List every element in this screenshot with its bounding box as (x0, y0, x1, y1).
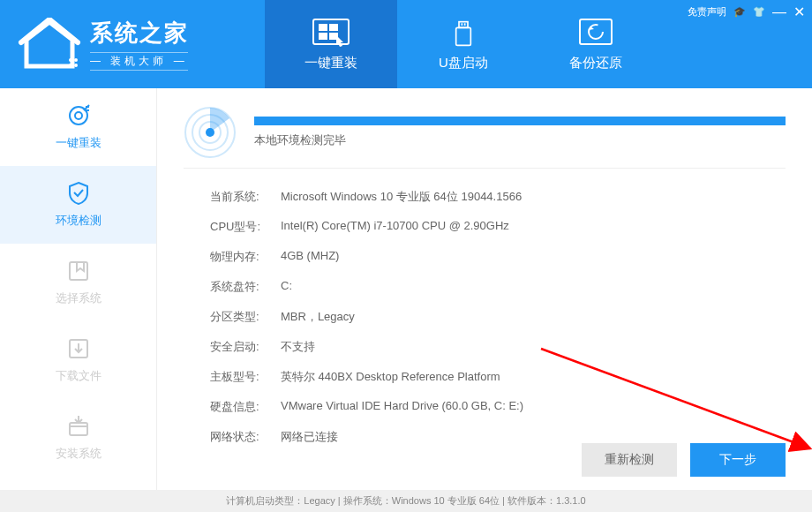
sidebar: 一键重装 环境检测 选择系统 下载文件 安装系统 (0, 88, 157, 490)
info-row: 主板型号:英特尔 440BX Desktop Reference Platfor… (210, 362, 786, 392)
tab-usb-boot[interactable]: U盘启动 (397, 0, 530, 88)
svg-rect-12 (464, 23, 466, 25)
svg-rect-5 (319, 24, 327, 31)
svg-rect-11 (462, 23, 463, 25)
select-icon (66, 259, 91, 283)
info-row: 系统盘符:C: (210, 272, 786, 302)
svg-rect-13 (580, 19, 612, 44)
svg-point-1 (74, 58, 78, 62)
svg-point-2 (69, 64, 72, 67)
svg-point-16 (75, 112, 82, 119)
info-row: 硬盘信息:VMware Virtual IDE Hard Drive (60.0… (210, 392, 786, 422)
svg-rect-7 (319, 33, 327, 40)
svg-rect-9 (459, 21, 468, 27)
sidebar-item-env-check[interactable]: 环境检测 (0, 166, 156, 244)
close-icon[interactable]: ✕ (793, 4, 805, 20)
radar-icon (184, 106, 237, 159)
info-row: CPU型号:Intel(R) Core(TM) i7-10700 CPU @ 2… (210, 212, 786, 242)
disclaimer-link[interactable]: 免责声明 (688, 5, 726, 19)
sidebar-item-select-system[interactable]: 选择系统 (0, 244, 156, 321)
progress-bar (254, 117, 786, 125)
info-row: 安全启动:不支持 (210, 332, 786, 362)
system-info-list: 当前系统:Microsoft Windows 10 专业版 64位 19044.… (184, 182, 786, 452)
next-button[interactable]: 下一步 (690, 443, 786, 477)
svg-point-0 (69, 58, 72, 62)
hat-icon[interactable]: 🎓 (733, 6, 746, 18)
info-row: 物理内存:4GB (MHZ) (210, 242, 786, 272)
progress-status-text: 本地环境检测完毕 (254, 132, 786, 148)
window-controls: 免责声明 🎓 👕 — ✕ (688, 4, 805, 20)
logo-title: 系统之家 (90, 18, 189, 49)
windows-cursor-icon (310, 18, 352, 49)
recheck-button[interactable]: 重新检测 (582, 443, 677, 477)
target-icon (66, 103, 91, 128)
sidebar-item-reinstall[interactable]: 一键重装 (0, 88, 156, 166)
content-panel: 本地环境检测完毕 当前系统:Microsoft Windows 10 专业版 6… (157, 88, 812, 490)
info-row: 分区类型:MBR，Legacy (210, 302, 786, 332)
sidebar-item-download[interactable]: 下载文件 (0, 321, 156, 399)
tab-backup-restore[interactable]: 备份还原 (530, 0, 662, 88)
minimize-icon[interactable]: — (772, 4, 786, 20)
svg-rect-10 (456, 27, 471, 45)
tab-reinstall[interactable]: 一键重装 (265, 0, 397, 88)
shield-check-icon (66, 181, 91, 206)
main-area: 一键重装 环境检测 选择系统 下载文件 安装系统 (0, 88, 812, 490)
svg-point-3 (74, 64, 78, 67)
svg-rect-4 (313, 19, 349, 44)
restore-icon (575, 18, 617, 49)
usb-icon (442, 18, 485, 49)
download-icon (66, 336, 91, 361)
house-logo-icon (18, 18, 81, 71)
logo-subtitle: — 装机大师 — (90, 52, 188, 71)
svg-rect-19 (70, 423, 87, 435)
install-icon (66, 414, 91, 439)
status-bar: 计算机启动类型：Legacy | 操作系统：Windows 10 专业版 64位… (0, 490, 812, 512)
top-bar: 系统之家 — 装机大师 — 一键重装 U盘启动 备份还原 免责声明 🎓 👕 — (0, 0, 812, 88)
sidebar-item-install[interactable]: 安装系统 (0, 399, 156, 477)
info-row: 当前系统:Microsoft Windows 10 专业版 64位 19044.… (210, 182, 786, 212)
logo-area: 系统之家 — 装机大师 — (0, 0, 265, 88)
svg-rect-6 (329, 24, 338, 31)
skin-icon[interactable]: 👕 (753, 6, 765, 18)
